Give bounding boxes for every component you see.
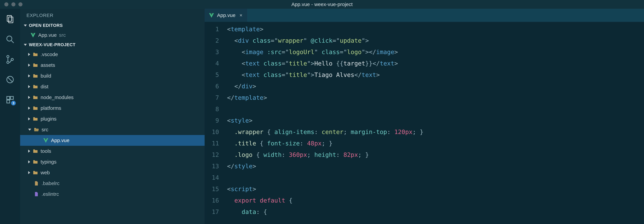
chevron-icon [28,129,31,131]
tree-item-label: assets [40,62,55,68]
file-path: src [59,32,66,38]
tree-item-label: .vscode [40,52,58,57]
line-number: 14 [204,172,223,183]
line-number: 10 [204,126,223,138]
main: 3 EXPLORER OPEN EDITORS App.vuesrc WEEX-… [0,9,644,224]
svg-rect-9 [7,97,10,99]
tree-item-App-vue[interactable]: App.vue [20,135,204,146]
code-line[interactable]: <image :src="logoUrl" class="logo"></ima… [227,46,644,58]
folder-open-icon [34,127,39,132]
open-editors-label: OPEN EDITORS [29,23,63,28]
code-line[interactable] [227,103,644,115]
folder-icon [32,84,38,90]
code-line[interactable]: <text class="title">Hello {{target}}</te… [227,58,644,69]
tree-item-label: node_modules [40,95,74,100]
tree-item-plugins[interactable]: plugins [20,114,204,124]
code-line[interactable]: <div class="wrapper" @click="update"> [227,35,644,46]
svg-rect-0 [7,16,12,21]
source-control-icon[interactable] [5,54,15,65]
code-line[interactable]: .wrapper { align-items: center; margin-t… [227,126,644,138]
vue-icon [30,32,36,38]
code-line[interactable]: data: { [227,206,644,218]
tree-item-dist[interactable]: dist [20,81,204,92]
line-number: 5 [204,69,223,81]
file-tree: .vscodeassetsbuilddistnode_modulesplatfo… [20,49,204,199]
tree-item-src[interactable]: src [20,124,204,135]
line-number: 11 [204,138,223,149]
open-editor-item[interactable]: App.vuesrc [20,30,204,41]
vue-icon [209,13,214,18]
tree-item-assets[interactable]: assets [20,60,204,71]
close-window-icon[interactable] [4,2,8,6]
code-line[interactable]: .logo { width: 360px; height: 82px; } [227,149,644,160]
line-number: 17 [204,206,223,218]
code-line[interactable]: </template> [227,92,644,103]
project-header[interactable]: WEEX-VUE-PROJECT [20,41,204,49]
svg-line-3 [11,41,14,43]
code-line[interactable]: <style> [227,115,644,126]
chevron-icon [28,96,30,99]
tree-item-web[interactable]: web [20,167,204,178]
folder-icon [32,52,38,57]
chevron-icon [28,74,30,77]
tab-app-vue[interactable]: App.vue × [204,9,247,22]
tree-item-platforms[interactable]: platforms [20,103,204,114]
editor-area: App.vue × 1234567891011121314151617 <tem… [204,9,644,224]
search-icon[interactable] [5,34,15,44]
debug-icon[interactable] [5,75,15,85]
code-editor[interactable]: 1234567891011121314151617 <template> <di… [204,22,644,224]
chevron-icon [28,171,30,174]
chevron-icon [28,53,30,56]
tree-item-build[interactable]: build [20,71,204,81]
tree-item-label: plugins [40,116,56,122]
tree-item--vscode[interactable]: .vscode [20,49,204,60]
tree-item-tools[interactable]: tools [20,146,204,156]
tree-item-label: platforms [40,105,61,111]
extensions-icon[interactable]: 3 [5,95,15,105]
minimize-window-icon[interactable] [12,2,16,6]
line-number: 13 [204,160,223,172]
svg-line-8 [8,77,12,82]
code-line[interactable]: .title { font-size: 48px; } [227,138,644,149]
gutter: 1234567891011121314151617 [204,22,223,224]
open-editors-list: App.vuesrc [20,30,204,41]
code-line[interactable]: <text class="title">Tiago Alves</text> [227,69,644,81]
tree-item-node-modules[interactable]: node_modules [20,92,204,103]
tree-item-label: .babelrc [42,180,60,186]
code-line[interactable]: <script> [227,183,644,195]
tree-item-label: dist [40,84,48,90]
tree-item--eslintrc[interactable]: .eslintrc [20,189,204,199]
code-line[interactable] [227,172,644,183]
window: App.vue - weex-vue-project 3 EXPLORER [0,0,644,224]
code-lines[interactable]: <template> <div class="wrapper" @click="… [223,22,644,224]
chevron-icon [28,160,30,163]
tree-item--babelrc[interactable]: .babelrc [20,178,204,189]
close-icon[interactable]: × [240,13,242,18]
tree-item-label: App.vue [51,137,70,143]
project-label: WEEX-VUE-PROJECT [29,42,76,47]
folder-icon [32,116,38,122]
extensions-badge: 3 [11,101,16,105]
line-number: 3 [204,46,223,58]
folder-icon [32,105,38,111]
sidebar-title: EXPLORER [20,9,204,21]
line-number: 9 [204,115,223,126]
code-line[interactable]: export default { [227,195,644,206]
code-line[interactable]: <template> [227,24,644,35]
file-icon [34,180,39,186]
chevron-icon [28,150,30,153]
code-line[interactable]: </style> [227,160,644,172]
maximize-window-icon[interactable] [18,2,22,6]
tree-item-label: tools [40,148,51,154]
explorer-icon[interactable] [5,14,15,24]
open-editors-header[interactable]: OPEN EDITORS [20,21,204,30]
tabbar-background [247,9,644,22]
code-line[interactable]: </div> [227,81,644,92]
line-number: 8 [204,103,223,115]
chevron-icon [28,85,30,88]
tree-item-label: .eslintrc [42,191,59,197]
line-number: 6 [204,81,223,92]
tree-item-typings[interactable]: typings [20,156,204,167]
chevron-down-icon [24,44,27,46]
tree-item-label: typings [40,159,56,165]
